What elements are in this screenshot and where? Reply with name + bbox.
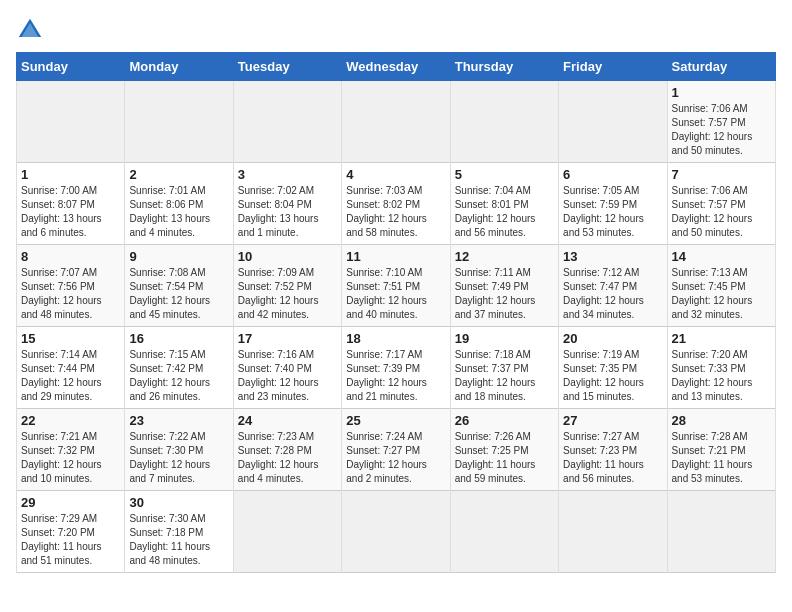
header-row: SundayMondayTuesdayWednesdayThursdayFrid… xyxy=(17,53,776,81)
calendar-cell: 24Sunrise: 7:23 AMSunset: 7:28 PMDayligh… xyxy=(233,409,341,491)
day-info: Sunrise: 7:27 AMSunset: 7:23 PMDaylight:… xyxy=(563,430,662,486)
calendar-cell: 27Sunrise: 7:27 AMSunset: 7:23 PMDayligh… xyxy=(559,409,667,491)
calendar-cell: 2Sunrise: 7:01 AMSunset: 8:06 PMDaylight… xyxy=(125,163,233,245)
day-number: 7 xyxy=(672,167,771,182)
week-row: 15Sunrise: 7:14 AMSunset: 7:44 PMDayligh… xyxy=(17,327,776,409)
column-header-saturday: Saturday xyxy=(667,53,775,81)
column-header-friday: Friday xyxy=(559,53,667,81)
day-number: 19 xyxy=(455,331,554,346)
calendar-cell: 13Sunrise: 7:12 AMSunset: 7:47 PMDayligh… xyxy=(559,245,667,327)
day-info: Sunrise: 7:06 AMSunset: 7:57 PMDaylight:… xyxy=(672,102,771,158)
day-info: Sunrise: 7:16 AMSunset: 7:40 PMDaylight:… xyxy=(238,348,337,404)
day-info: Sunrise: 7:10 AMSunset: 7:51 PMDaylight:… xyxy=(346,266,445,322)
day-number: 29 xyxy=(21,495,120,510)
day-info: Sunrise: 7:09 AMSunset: 7:52 PMDaylight:… xyxy=(238,266,337,322)
week-row: 1Sunrise: 7:00 AMSunset: 8:07 PMDaylight… xyxy=(17,163,776,245)
calendar-table: SundayMondayTuesdayWednesdayThursdayFrid… xyxy=(16,52,776,573)
day-info: Sunrise: 7:22 AMSunset: 7:30 PMDaylight:… xyxy=(129,430,228,486)
day-info: Sunrise: 7:14 AMSunset: 7:44 PMDaylight:… xyxy=(21,348,120,404)
calendar-cell xyxy=(125,81,233,163)
week-row: 1Sunrise: 7:06 AMSunset: 7:57 PMDaylight… xyxy=(17,81,776,163)
day-number: 22 xyxy=(21,413,120,428)
calendar-cell: 20Sunrise: 7:19 AMSunset: 7:35 PMDayligh… xyxy=(559,327,667,409)
calendar-cell: 18Sunrise: 7:17 AMSunset: 7:39 PMDayligh… xyxy=(342,327,450,409)
day-info: Sunrise: 7:05 AMSunset: 7:59 PMDaylight:… xyxy=(563,184,662,240)
calendar-cell xyxy=(450,81,558,163)
calendar-cell xyxy=(233,491,341,573)
day-info: Sunrise: 7:00 AMSunset: 8:07 PMDaylight:… xyxy=(21,184,120,240)
calendar-cell: 11Sunrise: 7:10 AMSunset: 7:51 PMDayligh… xyxy=(342,245,450,327)
column-header-monday: Monday xyxy=(125,53,233,81)
day-info: Sunrise: 7:11 AMSunset: 7:49 PMDaylight:… xyxy=(455,266,554,322)
day-number: 25 xyxy=(346,413,445,428)
calendar-cell xyxy=(342,491,450,573)
day-number: 18 xyxy=(346,331,445,346)
day-number: 26 xyxy=(455,413,554,428)
day-number: 14 xyxy=(672,249,771,264)
day-number: 21 xyxy=(672,331,771,346)
day-number: 28 xyxy=(672,413,771,428)
calendar-cell: 28Sunrise: 7:28 AMSunset: 7:21 PMDayligh… xyxy=(667,409,775,491)
column-header-wednesday: Wednesday xyxy=(342,53,450,81)
calendar-cell: 8Sunrise: 7:07 AMSunset: 7:56 PMDaylight… xyxy=(17,245,125,327)
calendar-cell: 30Sunrise: 7:30 AMSunset: 7:18 PMDayligh… xyxy=(125,491,233,573)
day-number: 5 xyxy=(455,167,554,182)
calendar-cell: 19Sunrise: 7:18 AMSunset: 7:37 PMDayligh… xyxy=(450,327,558,409)
calendar-cell: 15Sunrise: 7:14 AMSunset: 7:44 PMDayligh… xyxy=(17,327,125,409)
calendar-cell: 6Sunrise: 7:05 AMSunset: 7:59 PMDaylight… xyxy=(559,163,667,245)
calendar-cell: 23Sunrise: 7:22 AMSunset: 7:30 PMDayligh… xyxy=(125,409,233,491)
calendar-cell: 10Sunrise: 7:09 AMSunset: 7:52 PMDayligh… xyxy=(233,245,341,327)
week-row: 29Sunrise: 7:29 AMSunset: 7:20 PMDayligh… xyxy=(17,491,776,573)
day-number: 4 xyxy=(346,167,445,182)
calendar-cell: 26Sunrise: 7:26 AMSunset: 7:25 PMDayligh… xyxy=(450,409,558,491)
day-info: Sunrise: 7:21 AMSunset: 7:32 PMDaylight:… xyxy=(21,430,120,486)
page-header xyxy=(16,16,776,44)
calendar-cell xyxy=(233,81,341,163)
day-number: 12 xyxy=(455,249,554,264)
week-row: 8Sunrise: 7:07 AMSunset: 7:56 PMDaylight… xyxy=(17,245,776,327)
day-info: Sunrise: 7:06 AMSunset: 7:57 PMDaylight:… xyxy=(672,184,771,240)
day-info: Sunrise: 7:17 AMSunset: 7:39 PMDaylight:… xyxy=(346,348,445,404)
day-info: Sunrise: 7:15 AMSunset: 7:42 PMDaylight:… xyxy=(129,348,228,404)
calendar-cell: 22Sunrise: 7:21 AMSunset: 7:32 PMDayligh… xyxy=(17,409,125,491)
day-number: 30 xyxy=(129,495,228,510)
day-number: 13 xyxy=(563,249,662,264)
day-number: 1 xyxy=(21,167,120,182)
calendar-cell: 1Sunrise: 7:00 AMSunset: 8:07 PMDaylight… xyxy=(17,163,125,245)
day-info: Sunrise: 7:04 AMSunset: 8:01 PMDaylight:… xyxy=(455,184,554,240)
day-info: Sunrise: 7:23 AMSunset: 7:28 PMDaylight:… xyxy=(238,430,337,486)
calendar-cell xyxy=(559,491,667,573)
day-info: Sunrise: 7:12 AMSunset: 7:47 PMDaylight:… xyxy=(563,266,662,322)
day-number: 24 xyxy=(238,413,337,428)
day-info: Sunrise: 7:01 AMSunset: 8:06 PMDaylight:… xyxy=(129,184,228,240)
calendar-cell: 17Sunrise: 7:16 AMSunset: 7:40 PMDayligh… xyxy=(233,327,341,409)
calendar-cell: 16Sunrise: 7:15 AMSunset: 7:42 PMDayligh… xyxy=(125,327,233,409)
calendar-cell: 4Sunrise: 7:03 AMSunset: 8:02 PMDaylight… xyxy=(342,163,450,245)
day-info: Sunrise: 7:08 AMSunset: 7:54 PMDaylight:… xyxy=(129,266,228,322)
calendar-cell: 9Sunrise: 7:08 AMSunset: 7:54 PMDaylight… xyxy=(125,245,233,327)
day-info: Sunrise: 7:02 AMSunset: 8:04 PMDaylight:… xyxy=(238,184,337,240)
calendar-cell: 12Sunrise: 7:11 AMSunset: 7:49 PMDayligh… xyxy=(450,245,558,327)
day-info: Sunrise: 7:03 AMSunset: 8:02 PMDaylight:… xyxy=(346,184,445,240)
calendar-cell: 21Sunrise: 7:20 AMSunset: 7:33 PMDayligh… xyxy=(667,327,775,409)
day-number: 15 xyxy=(21,331,120,346)
column-header-tuesday: Tuesday xyxy=(233,53,341,81)
day-info: Sunrise: 7:26 AMSunset: 7:25 PMDaylight:… xyxy=(455,430,554,486)
day-info: Sunrise: 7:07 AMSunset: 7:56 PMDaylight:… xyxy=(21,266,120,322)
calendar-cell: 14Sunrise: 7:13 AMSunset: 7:45 PMDayligh… xyxy=(667,245,775,327)
day-number: 10 xyxy=(238,249,337,264)
day-number: 17 xyxy=(238,331,337,346)
calendar-cell: 3Sunrise: 7:02 AMSunset: 8:04 PMDaylight… xyxy=(233,163,341,245)
day-number: 20 xyxy=(563,331,662,346)
day-info: Sunrise: 7:24 AMSunset: 7:27 PMDaylight:… xyxy=(346,430,445,486)
day-info: Sunrise: 7:28 AMSunset: 7:21 PMDaylight:… xyxy=(672,430,771,486)
calendar-cell: 7Sunrise: 7:06 AMSunset: 7:57 PMDaylight… xyxy=(667,163,775,245)
day-number: 8 xyxy=(21,249,120,264)
day-info: Sunrise: 7:29 AMSunset: 7:20 PMDaylight:… xyxy=(21,512,120,568)
calendar-cell xyxy=(667,491,775,573)
calendar-cell: 1Sunrise: 7:06 AMSunset: 7:57 PMDaylight… xyxy=(667,81,775,163)
day-number: 6 xyxy=(563,167,662,182)
week-row: 22Sunrise: 7:21 AMSunset: 7:32 PMDayligh… xyxy=(17,409,776,491)
day-info: Sunrise: 7:20 AMSunset: 7:33 PMDaylight:… xyxy=(672,348,771,404)
calendar-cell xyxy=(342,81,450,163)
